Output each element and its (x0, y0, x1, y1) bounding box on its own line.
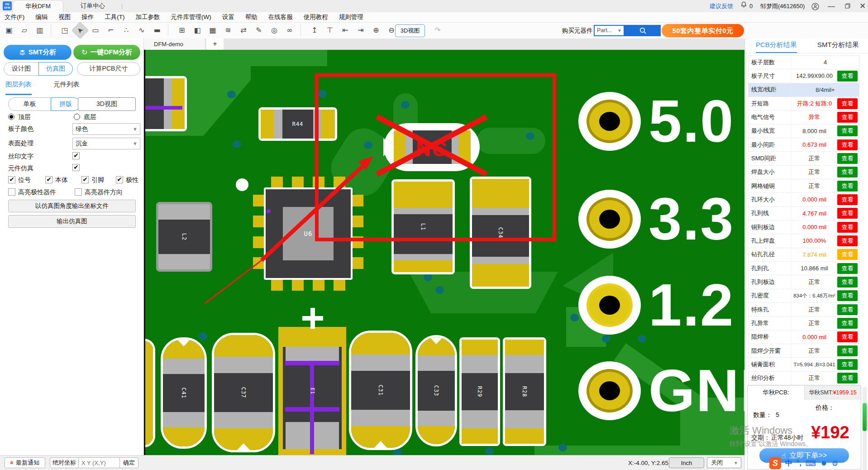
ruler-icon[interactable]: ▬ (151, 24, 163, 37)
flip-board-icon[interactable]: ⇄ (237, 24, 250, 37)
pan-left-icon[interactable]: ⇤ (339, 24, 352, 37)
single-board-button[interactable]: 单板 (8, 97, 51, 111)
polarity-checkbox[interactable]: ✔ (116, 176, 123, 183)
view-button[interactable]: 查看 (837, 373, 858, 384)
export-top-icon[interactable]: ↥ (308, 24, 321, 37)
wave-icon[interactable]: ∿ (135, 24, 148, 37)
menu-item-3[interactable]: 操作 (81, 13, 94, 21)
promo-banner[interactable]: 50套内整单实付0元 (662, 24, 744, 37)
component-c31[interactable]: C31 (349, 331, 412, 450)
pan-right-icon[interactable]: ⇥ (354, 24, 367, 37)
view-button[interactable]: 查看 (837, 263, 858, 274)
ic-check-icon[interactable]: ◎ (268, 24, 281, 37)
view-button[interactable]: 查看 (837, 304, 858, 315)
menu-item-7[interactable]: 设置 (222, 13, 234, 21)
component-partial[interactable] (144, 339, 155, 447)
design-view-button[interactable]: 设计图 (4, 62, 39, 76)
close-icon[interactable]: ✕ (857, 0, 868, 12)
component-l1[interactable]: L1 (391, 179, 455, 274)
component-u6[interactable]: U6 (253, 177, 363, 291)
panelize-icon[interactable]: ⊞ (176, 24, 188, 37)
through-hole-pad[interactable] (578, 276, 641, 335)
view-button[interactable]: 查看 (837, 318, 858, 329)
restore-icon[interactable] (841, 0, 854, 12)
view-button[interactable]: 查看 (837, 277, 858, 288)
app-tab[interactable]: 华秋DFM (13, 0, 63, 12)
through-hole-pad[interactable] (578, 190, 641, 249)
component-c33[interactable]: C33 (415, 335, 457, 446)
latest-notice-button[interactable]: « 最新通知 (5, 457, 45, 468)
user-name[interactable]: 邹梦雨(4612650) (760, 0, 805, 12)
menu-item-4[interactable]: 工具(T) (105, 13, 124, 21)
component-c34[interactable]: C34 (470, 177, 531, 289)
view-button[interactable]: 查看 (837, 112, 858, 123)
view-button[interactable]: 查看 (837, 331, 858, 342)
panel-board-button[interactable]: 拼版 (51, 97, 81, 111)
component-r28[interactable]: R28 (503, 337, 546, 446)
view-button[interactable]: 查看 (837, 71, 858, 82)
refdes-checkbox[interactable]: ✔ (8, 176, 15, 183)
export-coordinates-button[interactable]: 以仿真图角度输出坐标文件 (8, 200, 136, 212)
board-frame-icon[interactable]: ◳ (58, 24, 71, 37)
view-button[interactable]: 查看 (837, 153, 858, 164)
export-simulation-button[interactable]: 输出仿真图 (8, 215, 136, 228)
tab-layer-list[interactable]: 图层列表 (5, 80, 32, 95)
menu-item-10[interactable]: 使用教程 (304, 13, 328, 21)
board-top-icon[interactable]: ⊤ (324, 24, 336, 37)
ime-chinese-icon[interactable]: 中 (785, 459, 792, 468)
calc-pcb-size-button[interactable]: 计算PCB尺寸 (77, 62, 140, 76)
view-button[interactable]: 查看 (837, 222, 858, 233)
pin-checkbox[interactable]: ✔ (81, 176, 89, 183)
surface-finish-select[interactable]: 沉金▼ (72, 138, 140, 149)
component-c45[interactable]: C45 (384, 123, 480, 171)
coordinate-input[interactable] (78, 457, 120, 468)
view-button[interactable]: 查看 (837, 194, 858, 205)
order-tab-pcb[interactable]: 华秋PCB: (748, 386, 804, 399)
simulation-view-button[interactable]: 仿真图 (38, 62, 73, 76)
through-hole-pad[interactable] (578, 92, 641, 151)
view-button[interactable]: 查看 (837, 345, 858, 356)
menu-item-0[interactable]: 文件(F) (5, 13, 24, 21)
view-button[interactable]: 查看 (837, 167, 858, 177)
absolute-coord-button[interactable]: 绝对坐标 (50, 457, 79, 468)
probe-icon[interactable]: ✎ (253, 24, 265, 37)
components-icon[interactable]: ▦ (206, 24, 219, 37)
ime-settings-icon[interactable]: ⚙ (832, 459, 838, 468)
component-r44[interactable]: R44 (258, 107, 337, 141)
tab-component-list[interactable]: 元件列表 (53, 80, 80, 92)
redo-icon[interactable]: ↷ (431, 24, 444, 37)
avatar-icon[interactable] (811, 2, 819, 10)
silkscreen-checkbox[interactable]: ✔ (72, 152, 80, 159)
board-outline-icon[interactable]: ▭ (89, 24, 102, 37)
pcb-canvas[interactable]: R44 C45 NC U6 L2 (144, 50, 744, 455)
ime-keyboard-icon[interactable]: ⌨ (806, 459, 816, 468)
highlight-polarity-checkbox[interactable] (8, 188, 15, 196)
menu-item-5[interactable]: 加工参数 (136, 13, 160, 21)
new-tab-button[interactable]: + (206, 38, 224, 50)
smt-analysis-button[interactable]: SMT分析 (4, 45, 72, 60)
board-color-select[interactable]: 绿色▼ (72, 123, 140, 135)
open-folder-icon[interactable]: ▱ (18, 24, 31, 37)
view-button[interactable]: 查看 (837, 208, 858, 219)
tab-smt-results[interactable]: SMT分析结果 (817, 41, 859, 49)
sogou-logo-icon[interactable]: S (769, 457, 781, 469)
view-button[interactable]: 查看 (837, 290, 858, 301)
ime-punctuation-icon[interactable]: °, (796, 459, 801, 467)
ime-emoji-icon[interactable]: ☻ (820, 459, 828, 467)
tab-pcb-results[interactable]: PCB分析结果 (756, 41, 797, 53)
view-button[interactable]: 查看 (837, 125, 858, 136)
panel-3d-view-button[interactable]: 3D视图 (78, 97, 136, 111)
notification-bell-icon[interactable] (740, 0, 747, 12)
document-tab[interactable]: DFM-demo (144, 38, 205, 50)
component-icon[interactable]: ◧ (191, 24, 204, 37)
one-key-dfm-button[interactable]: ↻ 一键DFM分析 (73, 45, 140, 60)
route-icon[interactable]: ⌐ (105, 24, 117, 37)
top-layer-radio[interactable] (8, 114, 14, 120)
minimize-icon[interactable]: — (825, 0, 838, 12)
body-checkbox[interactable]: ✔ (45, 176, 52, 183)
component-partial[interactable] (144, 76, 187, 131)
part-type-select[interactable]: Part... ▼ (594, 25, 625, 36)
component-sim-checkbox[interactable]: ✔ (72, 164, 80, 171)
view-button[interactable]: 查看 (837, 139, 858, 150)
nodes-icon[interactable]: ∴ (120, 24, 133, 37)
